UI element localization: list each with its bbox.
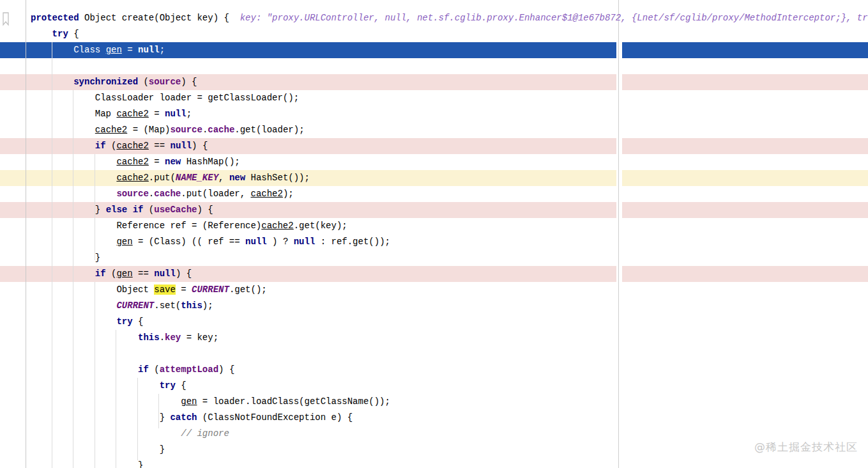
code-token[interactable]: == [149, 141, 171, 151]
code-token[interactable]: else [106, 205, 128, 215]
code-token[interactable]: catch [170, 412, 197, 423]
code-token[interactable]: .set( [154, 300, 181, 311]
code-token[interactable]: } [31, 460, 143, 468]
code-line[interactable]: this.key = key; [31, 330, 868, 346]
code-line[interactable]: synchronized (source) { [31, 74, 868, 90]
code-token[interactable]: { [68, 29, 79, 39]
code-token[interactable]: cache2 [261, 221, 293, 231]
code-token[interactable]: this [181, 300, 202, 311]
code-line[interactable]: ClassLoader loader = getClassLoader(); [31, 90, 868, 106]
code-token[interactable]: try [116, 316, 132, 327]
code-line[interactable]: } [31, 458, 868, 468]
code-line[interactable]: } catch (ClassNotFoundException e) { [31, 410, 868, 426]
code-token[interactable]: ) { [176, 269, 192, 279]
code-token[interactable] [127, 205, 132, 215]
code-line[interactable]: Object save = CURRENT.get(); [31, 282, 868, 298]
code-token[interactable]: synchronized [73, 77, 138, 87]
code-token[interactable]: source [170, 125, 202, 135]
code-token[interactable]: = [149, 157, 165, 167]
code-token[interactable] [31, 125, 95, 135]
code-token[interactable]: } [31, 205, 106, 215]
code-line[interactable]: if (gen == null) { [31, 266, 868, 282]
code-line[interactable]: } else if (useCache) { [31, 202, 868, 218]
code-token[interactable]: } [31, 253, 100, 263]
code-token[interactable]: null [294, 237, 316, 247]
code-token[interactable]: if [138, 364, 149, 375]
code-token[interactable]: ) { [181, 77, 197, 87]
code-token[interactable]: cache2 [116, 173, 148, 183]
code-token[interactable]: } [31, 444, 165, 455]
code-token[interactable]: protected [31, 13, 79, 23]
code-token[interactable]: = [122, 45, 138, 55]
code-token[interactable]: ; [160, 45, 165, 55]
code-token[interactable]: null [170, 141, 192, 151]
code-token[interactable]: ) { [192, 141, 208, 151]
code-token[interactable]: ; [187, 109, 192, 119]
code-line[interactable]: cache2 = (Map)source.cache.get(loader); [31, 122, 868, 138]
code-token[interactable]: .put(loader, [181, 189, 250, 199]
code-token[interactable]: ) ? [267, 237, 294, 247]
code-token[interactable]: null [245, 237, 267, 247]
code-token[interactable]: HashMap(); [181, 157, 240, 167]
code-token[interactable]: attemptLoad [160, 364, 218, 375]
code-token[interactable]: new [165, 157, 181, 167]
code-token[interactable]: : ref.get()); [315, 237, 390, 247]
code-token[interactable]: Reference ref = (Reference) [31, 221, 261, 231]
code-area[interactable]: protected Object create(Object key) { ke… [0, 0, 868, 468]
code-line[interactable] [31, 58, 868, 74]
code-token[interactable] [31, 173, 116, 183]
code-token[interactable]: if [133, 205, 144, 215]
code-token[interactable] [31, 364, 138, 375]
code-token[interactable]: Map [31, 109, 116, 119]
code-token[interactable]: cache2 [250, 189, 282, 199]
code-token[interactable]: ClassLoader loader = getClassLoader(); [31, 93, 299, 103]
gutter-marker-icon[interactable] [1, 12, 10, 27]
code-token[interactable]: ( [143, 205, 154, 215]
code-line[interactable]: try { [31, 314, 868, 330]
code-token[interactable]: .put( [149, 173, 176, 183]
code-token[interactable]: cache2 [116, 109, 148, 119]
code-line[interactable]: Class gen = null; [31, 42, 868, 58]
code-token[interactable]: cache2 [116, 141, 148, 151]
code-token[interactable]: new [229, 173, 245, 183]
code-token[interactable]: gen [106, 45, 122, 55]
code-token[interactable]: Object create(Object key) { [79, 13, 240, 23]
code-token[interactable] [31, 380, 160, 391]
code-token[interactable] [31, 77, 73, 87]
code-line[interactable] [31, 346, 868, 362]
code-token[interactable] [31, 300, 116, 311]
code-token[interactable] [31, 157, 116, 167]
code-token[interactable]: (ClassNotFoundException e) { [197, 412, 353, 423]
code-line[interactable]: } [31, 250, 868, 266]
code-token[interactable]: if [95, 269, 106, 279]
code-token[interactable]: key: "proxy.URLController, null, net.sf.… [240, 13, 868, 23]
code-token[interactable]: Class [31, 45, 106, 55]
code-line[interactable]: if (attemptLoad) { [31, 362, 868, 378]
code-token[interactable]: null [138, 45, 160, 55]
code-token[interactable]: HashSet()); [245, 173, 310, 183]
code-token[interactable] [31, 237, 116, 247]
code-token[interactable]: . [149, 189, 154, 199]
code-token[interactable]: } [31, 412, 170, 423]
code-token[interactable]: gen [116, 237, 132, 247]
code-token[interactable]: this [138, 332, 160, 343]
code-line[interactable]: cache2.put(NAME_KEY, new HashSet()); [31, 170, 868, 186]
code-token[interactable]: // ignore [181, 428, 229, 439]
code-token[interactable]: gen [116, 269, 132, 279]
code-line[interactable]: Map cache2 = null; [31, 106, 868, 122]
code-token[interactable] [31, 269, 95, 279]
code-token[interactable]: , [218, 173, 229, 183]
code-token[interactable]: = (Class) (( ref == [133, 237, 245, 247]
code-token[interactable]: cache [154, 189, 181, 199]
code-token[interactable]: NAME_KEY [176, 173, 218, 183]
code-line[interactable]: CURRENT.set(this); [31, 298, 868, 314]
code-token[interactable]: Object [31, 285, 154, 295]
code-token[interactable]: ( [106, 141, 117, 151]
code-token[interactable]: .get(loader); [234, 125, 304, 135]
code-line[interactable]: source.cache.put(loader, cache2); [31, 186, 868, 202]
code-token[interactable]: cache [208, 125, 234, 135]
code-token[interactable]: ); [202, 300, 213, 311]
code-token[interactable]: == [133, 269, 155, 279]
code-token[interactable]: = key; [181, 332, 218, 343]
code-line[interactable]: cache2 = new HashMap(); [31, 154, 868, 170]
